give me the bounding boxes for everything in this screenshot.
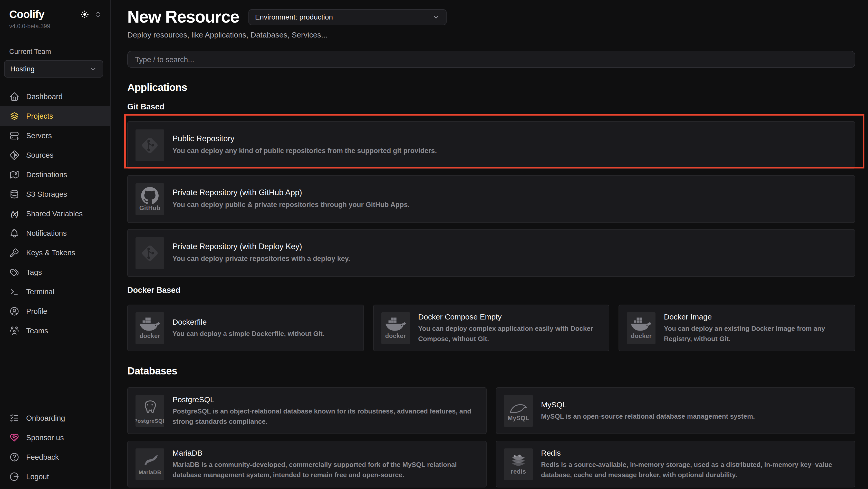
sidebar-footer-nav: Onboarding Sponsor us Feedback Logout xyxy=(0,408,111,489)
card-title: Docker Image xyxy=(664,312,847,321)
docker-card-list: docker Dockerfile You can deploy a simpl… xyxy=(127,305,855,351)
docker-icon: docker xyxy=(627,312,656,344)
docker-icon: docker xyxy=(135,312,164,344)
sidebar-item-sponsor-us[interactable]: Sponsor us xyxy=(0,428,111,448)
team-select-value: Hosting xyxy=(10,65,35,73)
card-title: MariaDB xyxy=(173,449,478,457)
sidebar-item-projects[interactable]: Projects xyxy=(0,106,111,126)
docker-wordmark: docker xyxy=(631,333,652,339)
theme-sun-icon[interactable] xyxy=(80,10,89,19)
card-description: PostgreSQL is an object-relational datab… xyxy=(173,406,478,426)
card-title: PostgreSQL xyxy=(173,395,478,404)
card-title: Private Repository (with GitHub App) xyxy=(173,188,410,197)
main-content: New Resource Environment: production Dep… xyxy=(111,0,868,489)
github-wordmark: GitHub xyxy=(140,205,160,211)
git-card-list: Public Repository You can deploy any kin… xyxy=(127,121,855,277)
postgresql-wordmark: PostgreSQL xyxy=(135,418,164,424)
environment-select[interactable]: Environment: production xyxy=(248,9,446,25)
app-root: Coolify v4.0.0-beta.399 Current Team Hos… xyxy=(0,0,868,489)
docker-icon: docker xyxy=(381,312,410,344)
help-circle-icon xyxy=(9,452,20,462)
postgresql-icon: PostgreSQL xyxy=(135,395,164,427)
tag-icon xyxy=(9,267,20,277)
databases-heading: Databases xyxy=(127,365,855,377)
sidebar-item-logout[interactable]: Logout xyxy=(0,467,111,486)
card-mysql[interactable]: MySQL MySQL MySQL is an open-source rela… xyxy=(496,387,855,434)
git-based-heading: Git Based xyxy=(127,102,855,112)
applications-heading: Applications xyxy=(127,82,855,93)
card-dockerfile[interactable]: docker Dockerfile You can deploy a simpl… xyxy=(127,305,364,351)
card-description: You can deploy an existing Docker Image … xyxy=(664,324,847,344)
card-title: Docker Compose Empty xyxy=(418,312,601,321)
git-icon xyxy=(135,129,164,161)
card-redis[interactable]: redis Redis Redis is a source-available,… xyxy=(496,441,855,487)
page-subtitle: Deploy resources, like Applications, Dat… xyxy=(127,30,855,39)
card-postgresql[interactable]: PostgreSQL PostgreSQL PostgreSQL is an o… xyxy=(127,387,487,434)
search-input[interactable] xyxy=(127,51,855,68)
redis-wordmark: redis xyxy=(511,468,526,474)
map-icon xyxy=(9,170,20,180)
logout-icon xyxy=(9,471,20,482)
card-docker-image[interactable]: docker Docker Image You can deploy an ex… xyxy=(619,305,855,351)
layers-icon xyxy=(9,111,20,121)
sidebar-item-s3-storages[interactable]: S3 Storages xyxy=(0,184,111,204)
mysql-icon: MySQL xyxy=(504,395,533,427)
terminal-icon xyxy=(9,287,20,297)
home-icon xyxy=(9,91,20,102)
mysql-wordmark: MySQL xyxy=(508,415,529,421)
theme-selector-icon[interactable] xyxy=(94,10,102,19)
team-select[interactable]: Hosting xyxy=(4,60,103,78)
docker-based-heading: Docker Based xyxy=(127,286,855,295)
environment-select-value: Environment: production xyxy=(255,13,333,21)
card-docker-compose-empty[interactable]: docker Docker Compose Empty You can depl… xyxy=(373,305,609,351)
card-private-repository-github-app[interactable]: GitHub Private Repository (with GitHub A… xyxy=(127,175,855,223)
sidebar-item-feedback[interactable]: Feedback xyxy=(0,448,111,467)
mariadb-icon: MariaDB xyxy=(135,448,164,480)
checklist-icon xyxy=(9,413,20,423)
sidebar-item-sources[interactable]: Sources xyxy=(0,145,111,165)
card-description: You can deploy private repositories with… xyxy=(173,254,350,264)
app-logo: Coolify xyxy=(9,8,44,21)
app-version: v4.0.0-beta.399 xyxy=(0,23,111,29)
sidebar-item-shared-variables[interactable]: (x) Shared Variables xyxy=(0,204,111,224)
card-title: Redis xyxy=(541,449,847,457)
sidebar-item-destinations[interactable]: Destinations xyxy=(0,165,111,184)
github-icon: GitHub xyxy=(135,183,164,215)
users-group-icon xyxy=(9,326,20,336)
card-title: Public Repository xyxy=(173,134,437,143)
card-description: You can deploy any kind of public reposi… xyxy=(173,146,437,156)
chevron-down-icon xyxy=(432,13,440,21)
key-icon xyxy=(9,248,20,258)
card-mariadb[interactable]: MariaDB MariaDB MariaDB is a community-d… xyxy=(127,441,487,487)
card-private-repository-deploy-key[interactable]: Private Repository (with Deploy Key) You… xyxy=(127,229,855,277)
card-description: You can deploy public & private reposito… xyxy=(173,200,410,210)
card-description: MySQL is an open-source relational datab… xyxy=(541,411,755,422)
database-card-list: PostgreSQL PostgreSQL PostgreSQL is an o… xyxy=(127,387,855,487)
git-icon xyxy=(135,237,164,269)
sidebar-item-dashboard[interactable]: Dashboard xyxy=(0,87,111,106)
card-description: You can deploy a simple Dockerfile, with… xyxy=(173,329,324,339)
bell-icon xyxy=(9,228,20,238)
git-diamond-icon xyxy=(9,150,20,160)
sidebar-item-terminal[interactable]: Terminal xyxy=(0,282,111,301)
redis-icon: redis xyxy=(504,448,533,480)
mariadb-wordmark: MariaDB xyxy=(138,469,161,475)
sidebar-item-keys-tokens[interactable]: Keys & Tokens xyxy=(0,243,111,262)
user-circle-icon xyxy=(9,306,20,316)
current-team-label: Current Team xyxy=(0,48,111,55)
card-title: Dockerfile xyxy=(173,317,324,326)
database-icon xyxy=(9,189,20,199)
sidebar: Coolify v4.0.0-beta.399 Current Team Hos… xyxy=(0,0,111,489)
card-title: Private Repository (with Deploy Key) xyxy=(173,242,350,251)
sidebar-item-teams[interactable]: Teams xyxy=(0,321,111,341)
sidebar-item-servers[interactable]: Servers xyxy=(0,126,111,145)
sidebar-item-tags[interactable]: Tags xyxy=(0,262,111,282)
sidebar-nav: Dashboard Projects Servers Sources Desti… xyxy=(0,87,111,341)
page-title: New Resource xyxy=(127,7,239,27)
card-public-repository[interactable]: Public Repository You can deploy any kin… xyxy=(127,121,855,169)
sidebar-item-notifications[interactable]: Notifications xyxy=(0,224,111,243)
card-description: Redis is a source-available, in-memory s… xyxy=(541,460,847,480)
sidebar-item-profile[interactable]: Profile xyxy=(0,301,111,321)
chevron-down-icon xyxy=(89,65,97,73)
sidebar-item-onboarding[interactable]: Onboarding xyxy=(0,408,111,428)
